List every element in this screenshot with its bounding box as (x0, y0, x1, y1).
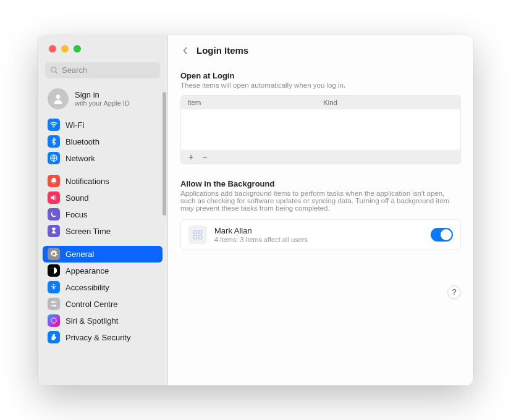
back-button[interactable] (180, 46, 190, 56)
sidebar-item-wifi[interactable]: Wi-Fi (43, 117, 163, 133)
help-button[interactable]: ? (447, 285, 461, 299)
speaker-icon (48, 191, 60, 204)
allow-background-section: Allow in the Background Applications add… (180, 179, 461, 250)
svg-rect-15 (199, 235, 202, 238)
svg-line-1 (56, 72, 57, 74)
sidebar-item-siri-spotlight[interactable]: Siri & Spotlight (43, 313, 163, 329)
sidebar-item-sound[interactable]: Sound (43, 190, 163, 206)
search-input[interactable] (62, 65, 155, 75)
sidebar-item-label: Privacy & Security (65, 333, 130, 342)
background-item-subtitle: 4 items: 3 items affect all users (214, 236, 423, 243)
sidebar-item-network[interactable]: Network (43, 150, 163, 167)
page-title: Login Items (196, 45, 248, 56)
sidebar-list: Wi-Fi Bluetooth Network (38, 117, 167, 385)
sidebar-item-screen-time[interactable]: Screen Time (43, 223, 163, 240)
svg-rect-12 (193, 230, 196, 233)
open-at-login-section: Open at Login These items will open auto… (180, 71, 461, 164)
signin-row[interactable]: Sign in with your Apple ID (38, 83, 167, 117)
window-controls (38, 35, 167, 60)
sidebar-item-label: Bluetooth (65, 137, 99, 146)
column-kind[interactable]: Kind (321, 99, 460, 106)
sidebar-item-bluetooth[interactable]: Bluetooth (43, 133, 163, 150)
signin-text: Sign in with your Apple ID (75, 90, 130, 107)
siri-icon (48, 314, 60, 327)
wifi-icon (48, 119, 60, 131)
section-subheading: Applications add background items to per… (180, 190, 461, 212)
background-item-title: Mark Allan (214, 226, 423, 235)
minimize-window-button[interactable] (61, 45, 69, 52)
hand-icon (48, 331, 60, 343)
svg-rect-14 (193, 235, 196, 238)
column-item[interactable]: Item (181, 99, 321, 106)
moon-icon (48, 208, 60, 220)
accessibility-icon (48, 281, 60, 293)
section-heading: Open at Login (180, 71, 461, 80)
svg-point-3 (53, 127, 54, 127)
signin-subtitle: with your Apple ID (75, 99, 130, 107)
table-header: Item Kind (181, 96, 460, 109)
background-item-text: Mark Allan 4 items: 3 items affect all u… (214, 226, 423, 243)
background-item-row[interactable]: Mark Allan 4 items: 3 items affect all u… (180, 219, 461, 250)
sidebar-item-accessibility[interactable]: Accessibility (43, 279, 163, 296)
grid-icon (192, 229, 203, 240)
sidebar-item-label: Notifications (65, 177, 109, 186)
sidebar: Sign in with your Apple ID Wi-Fi Bluetoo… (38, 35, 168, 385)
login-items-table: Item Kind + − (180, 95, 461, 164)
sliders-icon (48, 298, 60, 310)
sidebar-item-label: Screen Time (65, 227, 111, 236)
svg-point-11 (51, 318, 56, 323)
svg-point-2 (56, 94, 61, 99)
svg-point-0 (51, 67, 56, 72)
sidebar-scrollbar[interactable] (163, 92, 166, 216)
sidebar-item-label: Wi-Fi (65, 120, 84, 130)
section-subheading: These items will open automatically when… (180, 82, 461, 89)
sidebar-item-privacy-security[interactable]: Privacy & Security (43, 329, 163, 346)
search-field[interactable] (45, 62, 160, 78)
hourglass-icon (48, 225, 60, 237)
sidebar-item-control-centre[interactable]: Control Centre (43, 296, 163, 313)
main-content: Login Items Open at Login These items wi… (168, 35, 473, 385)
sidebar-item-label: Siri & Spotlight (65, 316, 118, 326)
svg-point-8 (52, 301, 53, 303)
toggle-knob (441, 229, 452, 240)
close-window-button[interactable] (49, 45, 56, 52)
search-icon (50, 66, 58, 74)
contrast-icon (48, 264, 60, 277)
sidebar-group: Wi-Fi Bluetooth Network (43, 117, 163, 167)
table-footer: + − (181, 150, 460, 164)
svg-point-6 (53, 284, 54, 285)
sidebar-item-general[interactable]: General (43, 246, 163, 262)
add-button[interactable]: + (185, 151, 197, 162)
background-item-toggle[interactable] (431, 228, 453, 242)
bluetooth-icon (48, 135, 60, 148)
svg-point-10 (54, 305, 56, 306)
fullscreen-window-button[interactable] (74, 45, 81, 52)
sidebar-group: Notifications Sound Focus (43, 173, 163, 240)
sidebar-item-label: Focus (65, 210, 87, 219)
sidebar-item-label: Appearance (65, 266, 109, 275)
sidebar-item-label: General (65, 250, 94, 259)
gear-icon (48, 248, 60, 260)
bell-icon (48, 175, 60, 187)
app-icon (188, 225, 207, 244)
sidebar-item-label: Control Centre (65, 300, 118, 309)
sidebar-group: General Appearance Accessibility (43, 246, 163, 346)
table-body (181, 109, 460, 150)
sidebar-item-label: Sound (65, 193, 89, 203)
avatar (48, 88, 69, 109)
sidebar-item-notifications[interactable]: Notifications (43, 173, 163, 190)
remove-button[interactable]: − (198, 151, 211, 162)
section-heading: Allow in the Background (180, 179, 461, 188)
sidebar-item-appearance[interactable]: Appearance (43, 262, 163, 279)
svg-rect-13 (199, 230, 202, 233)
sidebar-item-focus[interactable]: Focus (43, 206, 163, 223)
globe-icon (48, 152, 60, 164)
sidebar-item-label: Accessibility (65, 283, 109, 292)
header: Login Items (180, 35, 461, 66)
sidebar-item-label: Network (65, 154, 95, 163)
signin-title: Sign in (75, 90, 130, 99)
person-icon (52, 93, 64, 105)
settings-window: Sign in with your Apple ID Wi-Fi Bluetoo… (38, 35, 473, 385)
